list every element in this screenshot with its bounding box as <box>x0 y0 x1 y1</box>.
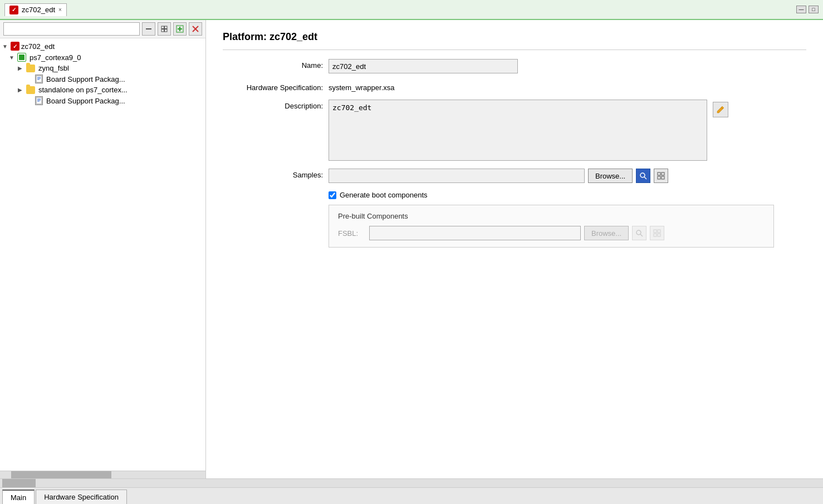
tab-hardware-specification[interactable]: Hardware Specification <box>36 490 127 504</box>
description-row: Description: zc702_edt <box>223 100 806 161</box>
collapse-button[interactable] <box>142 22 155 36</box>
expand-button[interactable] <box>158 22 171 36</box>
bottom-scrollbar-thumb[interactable] <box>2 479 36 487</box>
edit-description-button[interactable] <box>713 102 728 117</box>
scrollbar-thumb[interactable] <box>11 471 111 478</box>
tree-label-fsbl: zynq_fsbl <box>38 64 69 72</box>
tab-close-icon[interactable]: × <box>58 7 62 13</box>
tree-toolbar <box>0 20 205 38</box>
name-input[interactable] <box>329 59 518 73</box>
tree-item-root[interactable]: zc702_edt <box>0 41 205 52</box>
maximize-button[interactable]: □ <box>809 6 819 13</box>
arrow-standalone <box>18 87 25 93</box>
description-textarea[interactable]: zc702_edt <box>329 100 707 161</box>
chip-icon-ps7 <box>17 53 26 62</box>
fsbl-input <box>369 226 581 240</box>
doc-icon-bsp1 <box>35 75 43 83</box>
tree-label-ps7: ps7_cortexa9_0 <box>30 53 81 62</box>
svg-rect-13 <box>36 97 42 104</box>
svg-line-18 <box>644 177 646 179</box>
svg-rect-21 <box>658 176 660 179</box>
title-bar: zc702_edt × — □ <box>0 0 823 20</box>
svg-rect-26 <box>658 230 660 233</box>
tab-title: zc702_edt <box>22 6 55 14</box>
fsbl-label: FSBL: <box>338 229 366 238</box>
hw-spec-value: system_wrapper.xsa <box>329 81 395 92</box>
add-button[interactable] <box>173 22 187 36</box>
remove-button[interactable] <box>189 22 202 36</box>
right-panel: Platform: zc702_edt Name: Hardware Speci… <box>206 20 823 478</box>
samples-input[interactable] <box>329 169 585 183</box>
main-container: zc702_edt ps7_cortexa9_0 zynq_fsbl <box>0 20 823 478</box>
prebuilt-components-box: Pre-built Components FSBL: Browse... <box>329 205 774 248</box>
svg-point-23 <box>636 230 641 235</box>
hw-spec-label: Hardware Specification: <box>223 81 323 92</box>
tree-item-bsp1[interactable]: Board Support Packag... <box>0 73 205 85</box>
svg-rect-20 <box>662 172 664 175</box>
search-input[interactable] <box>3 22 140 36</box>
svg-point-17 <box>640 173 645 177</box>
generate-boot-label: Generate boot components <box>340 191 428 199</box>
platform-title: Platform: zc702_edt <box>223 31 806 50</box>
tree-item-bsp2[interactable]: Board Support Packag... <box>0 95 205 106</box>
samples-search-button[interactable] <box>636 169 650 183</box>
generate-boot-row: Generate boot components <box>329 191 806 199</box>
svg-rect-2 <box>164 26 165 32</box>
folder-icon-standalone <box>26 86 35 94</box>
tree-item-ps7[interactable]: ps7_cortexa9_0 <box>0 52 205 63</box>
generate-boot-checkbox[interactable] <box>329 191 336 199</box>
name-label: Name: <box>223 59 323 70</box>
bottom-tabs: Main Hardware Specification <box>0 487 823 504</box>
folder-icon-fsbl <box>26 65 35 72</box>
window-controls: — □ <box>796 6 819 13</box>
tree-label-bsp2: Board Support Packag... <box>46 97 125 105</box>
tree-label-root: zc702_edt <box>21 42 55 51</box>
svg-rect-27 <box>654 234 657 236</box>
tree-scrollbar-h[interactable] <box>0 471 205 478</box>
left-panel: zc702_edt ps7_cortexa9_0 zynq_fsbl <box>0 20 206 478</box>
svg-rect-19 <box>658 172 660 175</box>
svg-rect-0 <box>146 28 151 29</box>
samples-label: Samples: <box>223 169 323 179</box>
samples-grid-button[interactable] <box>654 169 668 183</box>
fsbl-browse-button: Browse... <box>584 226 629 240</box>
project-tree: zc702_edt ps7_cortexa9_0 zynq_fsbl <box>0 38 205 471</box>
platform-tab-icon <box>9 6 18 14</box>
tree-item-standalone[interactable]: standalone on ps7_cortex... <box>0 85 205 95</box>
svg-line-24 <box>640 234 643 236</box>
svg-rect-6 <box>178 28 182 29</box>
platform-icon-root <box>11 42 19 51</box>
hw-spec-row: Hardware Specification: system_wrapper.x… <box>223 81 806 92</box>
fsbl-search-button <box>632 226 646 240</box>
svg-rect-22 <box>662 176 664 179</box>
fsbl-grid-button <box>650 226 664 240</box>
svg-rect-9 <box>36 76 42 82</box>
arrow-root <box>2 43 9 50</box>
editor-tab[interactable]: zc702_edt × <box>4 3 67 16</box>
name-row: Name: <box>223 59 806 73</box>
tree-label-bsp1: Board Support Packag... <box>46 75 125 83</box>
samples-row: Samples: Browse... <box>223 169 806 183</box>
samples-browse-button[interactable]: Browse... <box>588 169 633 183</box>
prebuilt-title: Pre-built Components <box>338 212 765 220</box>
arrow-ps7 <box>9 55 16 61</box>
svg-rect-25 <box>654 230 657 233</box>
svg-rect-28 <box>658 234 660 236</box>
description-label: Description: <box>223 100 323 110</box>
bottom-scrollbar[interactable] <box>0 478 823 487</box>
fsbl-row: FSBL: Browse... <box>338 226 765 240</box>
tab-main[interactable]: Main <box>2 490 35 504</box>
tree-label-standalone: standalone on ps7_cortex... <box>38 86 128 94</box>
minimize-button[interactable]: — <box>796 6 806 13</box>
doc-icon-bsp2 <box>35 96 43 105</box>
samples-controls: Browse... <box>329 169 668 183</box>
arrow-fsbl <box>18 65 25 71</box>
tree-item-fsbl[interactable]: zynq_fsbl <box>0 63 205 73</box>
